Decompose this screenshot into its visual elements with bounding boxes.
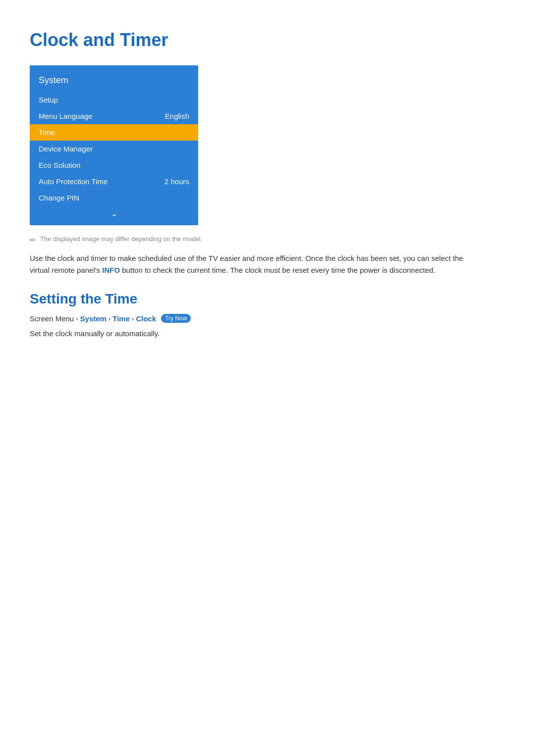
menu-item-device-manager[interactable]: Device Manager bbox=[30, 141, 198, 157]
breadcrumb-system[interactable]: System bbox=[80, 314, 107, 323]
info-highlight: INFO bbox=[102, 266, 120, 274]
menu-item-change-pin[interactable]: Change PIN bbox=[30, 190, 198, 206]
body-paragraph: Use the clock and timer to make schedule… bbox=[30, 252, 476, 276]
body-text-after: button to check the current time. The cl… bbox=[120, 266, 435, 274]
menu-item-eco-solution[interactable]: Eco Solution bbox=[30, 157, 198, 173]
menu-item-setup[interactable]: Setup bbox=[30, 92, 198, 108]
menu-item-auto-protection-time-label: Auto Protection Time bbox=[39, 177, 107, 186]
breadcrumb-sep-2: › bbox=[108, 315, 110, 322]
breadcrumb-time[interactable]: Time bbox=[112, 314, 130, 323]
menu-item-setup-label: Setup bbox=[39, 96, 58, 104]
menu-item-eco-solution-label: Eco Solution bbox=[39, 161, 80, 169]
menu-item-auto-protection-time[interactable]: Auto Protection Time 2 hours bbox=[30, 173, 198, 190]
menu-chevron-down-icon: ⌄ bbox=[30, 206, 198, 220]
note-row: ✏ The displayed image may differ dependi… bbox=[30, 235, 505, 245]
pencil-icon: ✏ bbox=[30, 236, 36, 245]
try-now-badge[interactable]: Try Now bbox=[161, 314, 191, 323]
breadcrumb: Screen Menu › System › Time › Clock Try … bbox=[30, 314, 505, 323]
page-title: Clock and Timer bbox=[30, 30, 505, 50]
menu-item-change-pin-label: Change PIN bbox=[39, 194, 79, 202]
menu-item-menu-language[interactable]: Menu Language English bbox=[30, 108, 198, 124]
menu-item-menu-language-value: English bbox=[165, 112, 189, 120]
breadcrumb-sep-3: › bbox=[132, 315, 134, 322]
menu-item-device-manager-label: Device Manager bbox=[39, 145, 93, 153]
breadcrumb-sep-1: › bbox=[76, 315, 78, 322]
setting-description: Set the clock manually or automatically. bbox=[30, 328, 505, 340]
setting-the-time-title: Setting the Time bbox=[30, 291, 505, 307]
menu-item-auto-protection-time-value: 2 hours bbox=[164, 177, 189, 186]
menu-item-time[interactable]: Time bbox=[30, 124, 198, 141]
menu-item-time-label: Time bbox=[39, 128, 55, 137]
breadcrumb-screen-menu: Screen Menu bbox=[30, 314, 74, 323]
menu-item-menu-language-label: Menu Language bbox=[39, 112, 92, 120]
note-text: The displayed image may differ depending… bbox=[40, 235, 202, 243]
menu-panel: System Setup Menu Language English Time … bbox=[30, 65, 198, 225]
breadcrumb-clock[interactable]: Clock bbox=[136, 314, 156, 323]
menu-header: System bbox=[30, 73, 198, 92]
